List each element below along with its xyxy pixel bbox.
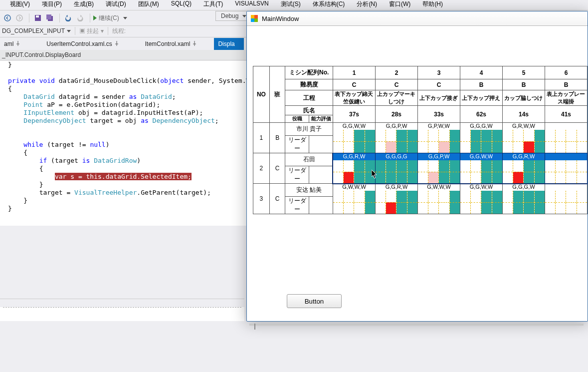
breadcrumb[interactable]: _INPUT.Control.DisplayBoard (0, 50, 246, 60)
save-icon[interactable] (32, 12, 43, 23)
menu-svn[interactable]: VISUALSVN (235, 0, 268, 9)
code-kw: is (82, 157, 90, 164)
menu-help[interactable]: 帮助(H) (422, 0, 443, 9)
row-role: リーダー (285, 197, 333, 214)
grid-cell[interactable]: G,G,R,W (333, 153, 375, 184)
row-role: リーダー (285, 166, 333, 184)
tab-label: UserItemControl.xaml.cs (46, 40, 112, 47)
row-no: 1 (253, 123, 270, 153)
vs-menu-bar[interactable]: 视图(V) 项目(P) 生成(B) 调试(D) 团队(M) SQL(Q) 工具(… (10, 0, 443, 9)
row-han: B (269, 123, 285, 153)
grid-cell[interactable] (545, 184, 587, 214)
menu-test[interactable]: 测试(S) (281, 0, 301, 9)
col-han: 班 (269, 66, 285, 123)
process-dropdown[interactable]: DG_COMPLEX_INPUT (2, 27, 65, 34)
nav-back-icon[interactable] (2, 12, 13, 23)
row-name: 安达 鮎美 (285, 184, 333, 197)
tab-itemcontrol[interactable]: ItemControl.xaml (141, 38, 199, 50)
code-kw: void (39, 77, 55, 84)
continue-button[interactable]: 继续(C) (93, 14, 127, 22)
grid-cell[interactable]: G,W,W,W (417, 184, 460, 214)
cell-label: G,G,W,W (460, 184, 502, 191)
hdr-mishin: ミシン配列No. (285, 66, 333, 79)
nav-fwd-icon[interactable] (14, 12, 25, 23)
tab-useritem[interactable]: UserItemControl.xaml.cs (42, 38, 121, 50)
hdr-col-no: 2 (375, 66, 417, 79)
pin-icon[interactable] (15, 40, 20, 45)
play-icon (93, 15, 97, 20)
grid-cell[interactable]: G,G,G,W (460, 123, 502, 153)
grid-cell[interactable]: G,G,R,W (502, 153, 545, 184)
grid-cell[interactable]: G,G,G,G (375, 153, 417, 184)
hdr-diff: C (417, 79, 460, 90)
row-han: C (269, 153, 285, 184)
output-panel[interactable] (0, 307, 244, 321)
menu-analyze[interactable]: 分析(N) (357, 0, 377, 9)
code-type: DependencyObject (23, 117, 86, 124)
menu-sql[interactable]: SQL(Q) (171, 0, 192, 9)
menu-team[interactable]: 团队(M) (138, 0, 159, 9)
tab-display[interactable]: Displa (214, 38, 243, 50)
grid-cell[interactable]: G,G,W,W (333, 123, 375, 153)
tab-label: aml (4, 40, 13, 47)
suspend-button[interactable]: ▣ 挂起 ▾ (79, 27, 104, 35)
cell-label: G,W,W,W (418, 184, 460, 191)
main-window: MainWindow NO 班 ミシン配列No. 1 2 3 4 5 6 難易度… (246, 11, 588, 322)
title-bar[interactable]: MainWindow (247, 11, 588, 26)
config-label: Debug (221, 12, 238, 19)
grid-cell[interactable]: G,G,W,W (460, 184, 502, 214)
grid-cell[interactable] (545, 153, 587, 184)
cell-label: G,G,G,G (376, 153, 417, 160)
save-all-icon[interactable] (44, 12, 55, 23)
col-no: NO (253, 66, 270, 123)
menu-build[interactable]: 生成(B) (74, 0, 94, 9)
data-grid[interactable]: NO 班 ミシン配列No. 1 2 3 4 5 6 難易度 C C C B B … (253, 66, 588, 214)
grid-cell[interactable]: G,G,W,W (460, 153, 502, 184)
cell-label: G,G,W,W (460, 153, 502, 160)
pin-icon[interactable] (192, 40, 197, 45)
tab-label: ItemControl.xaml (145, 40, 191, 47)
code-text: datagrid = sender (55, 93, 129, 100)
grid-cell[interactable]: G,G,R,W (375, 184, 417, 214)
menu-project[interactable]: 项目(P) (42, 0, 62, 9)
grid-cell[interactable]: G,R,W,W (502, 123, 545, 153)
cell-label (545, 153, 587, 160)
code-line: } (8, 205, 12, 212)
hdr-col-no: 5 (502, 66, 545, 79)
code-text: obj = datagrid.InputHitTest(aP); (74, 109, 203, 116)
menu-arch[interactable]: 体系结构(C) (313, 0, 345, 9)
code-text: ) (137, 157, 141, 164)
cell-label: G,G,P,W (376, 123, 417, 130)
code-type: IInputElement (23, 109, 74, 116)
menu-view[interactable]: 视图(V) (10, 0, 30, 9)
grid-cell[interactable]: G,G,P,W (375, 123, 417, 153)
hdr-proc: 上下カップ押え (460, 90, 502, 106)
cell-label: G,W,W,W (333, 184, 375, 191)
hdr-noryoku: 能力評価 (309, 115, 333, 122)
pin-icon[interactable] (114, 40, 119, 45)
splitter[interactable] (0, 299, 244, 304)
hdr-time: 33s (417, 106, 460, 123)
code-type: DataGridRow (90, 157, 137, 164)
hdr-diff: B (502, 79, 545, 90)
code-editor[interactable]: } private void dataGrid_MouseDoubleClick… (0, 61, 252, 226)
cell-label: G,G,W,W (333, 123, 375, 130)
menu-tools[interactable]: 工具(T) (203, 0, 223, 9)
grid-cell[interactable]: G,G,G,W (502, 184, 545, 214)
code-kw: while (23, 141, 43, 148)
grid-cell[interactable]: G,W,W,W (333, 184, 375, 214)
tab-aml[interactable]: aml (0, 38, 22, 50)
svg-point-0 (4, 15, 10, 21)
grid-cell[interactable]: G,P,W,W (417, 123, 460, 153)
code-type: Point (23, 101, 43, 108)
window-shadow (254, 324, 255, 330)
undo-icon[interactable] (63, 12, 74, 23)
code-highlight-line: var s = this.dataGrid.SelectedItem; (55, 173, 192, 180)
grid-cell[interactable] (545, 123, 587, 153)
menu-window[interactable]: 窗口(W) (389, 0, 410, 9)
redo-icon[interactable] (75, 12, 86, 23)
menu-debug[interactable]: 调试(D) (106, 0, 126, 9)
svg-rect-5 (46, 14, 51, 19)
grid-cell[interactable]: G,G,P,W (417, 153, 460, 184)
action-button[interactable]: Button (287, 294, 342, 308)
